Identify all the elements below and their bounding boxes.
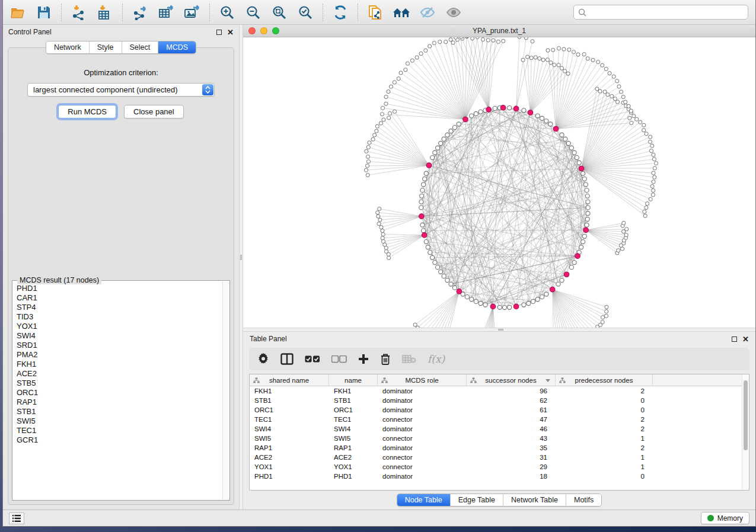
duplicate-network-icon[interactable] xyxy=(365,4,385,21)
mcds-result-item[interactable]: SRD1 xyxy=(17,341,222,350)
table-cell[interactable]: FKH1 xyxy=(250,386,329,396)
table-row[interactable]: RAP1RAP1dominator352 xyxy=(250,443,742,453)
table-row[interactable]: PHD1PHD1dominator180 xyxy=(250,472,742,481)
table-cell[interactable]: 2 xyxy=(556,443,653,453)
table-cell[interactable]: 1 xyxy=(556,453,653,462)
scrollbar-thumb[interactable] xyxy=(744,380,748,450)
table-cell[interactable]: 29 xyxy=(467,462,556,472)
export-network-icon[interactable] xyxy=(130,4,150,21)
memory-button[interactable]: Memory xyxy=(701,512,749,524)
select-all-columns-icon[interactable] xyxy=(305,352,320,366)
mcds-result-item[interactable]: PMA2 xyxy=(17,350,222,360)
table-cell[interactable]: 1 xyxy=(556,434,653,443)
table-cell[interactable]: 18 xyxy=(467,472,556,481)
close-panel-icon[interactable]: ✕ xyxy=(227,30,234,35)
import-table-icon[interactable] xyxy=(95,4,115,21)
tab-mcds[interactable]: MCDS xyxy=(158,41,196,53)
table-row[interactable]: STB1STB1dominator620 xyxy=(250,396,742,405)
sort-caret-icon[interactable] xyxy=(546,379,550,382)
mcds-result-item[interactable]: SWI4 xyxy=(17,331,222,341)
mcds-result-item[interactable]: ORC1 xyxy=(17,388,222,398)
table-row[interactable]: ORC1ORC1dominator610 xyxy=(250,405,742,415)
run-mcds-button[interactable]: Run MCDS xyxy=(58,105,116,118)
first-neighbors-icon[interactable] xyxy=(391,4,412,21)
table-cell[interactable]: 0 xyxy=(556,396,653,405)
save-session-icon[interactable] xyxy=(34,4,54,21)
refresh-layout-icon[interactable] xyxy=(330,4,350,21)
table-cell[interactable]: 61 xyxy=(467,405,556,415)
zoom-out-icon[interactable] xyxy=(243,4,263,21)
delete-table-icon[interactable] xyxy=(402,352,416,366)
create-column-icon[interactable] xyxy=(358,352,369,366)
table-cell[interactable]: 43 xyxy=(467,434,556,443)
table-cell[interactable]: dominator xyxy=(378,443,467,453)
table-cell[interactable]: ACE2 xyxy=(329,453,378,462)
horizontal-splitter[interactable] xyxy=(243,328,755,332)
table-cell[interactable]: dominator xyxy=(378,424,467,434)
table-cell[interactable]: STB1 xyxy=(329,396,378,405)
tab-style[interactable]: Style xyxy=(90,41,122,53)
table-cell[interactable]: STB1 xyxy=(250,396,329,405)
table-cell[interactable]: connector xyxy=(378,453,467,462)
show-column-icon[interactable] xyxy=(280,352,294,366)
mcds-result-item[interactable]: FKH1 xyxy=(17,360,222,369)
table-row[interactable]: ACE2ACE2connector311 xyxy=(250,453,742,462)
search-input[interactable] xyxy=(589,8,744,17)
column-header-shared-name[interactable]: shared name xyxy=(250,374,329,386)
table-cell[interactable]: ORC1 xyxy=(250,405,329,415)
table-cell[interactable]: PHD1 xyxy=(250,472,329,481)
table-cell[interactable]: ORC1 xyxy=(329,405,378,415)
float-panel-icon[interactable] xyxy=(216,30,222,35)
table-cell[interactable]: 35 xyxy=(467,443,556,453)
network-graph[interactable] xyxy=(243,37,755,328)
zoom-selected-icon[interactable] xyxy=(295,4,315,21)
table-cell[interactable]: SWI4 xyxy=(250,424,329,434)
mcds-result-item[interactable]: PHD1 xyxy=(17,284,222,293)
close-panel-icon[interactable]: ✕ xyxy=(742,336,749,342)
mcds-result-item[interactable]: RAP1 xyxy=(17,398,222,407)
tab-network[interactable]: Network xyxy=(46,41,90,53)
table-cell[interactable]: YOX1 xyxy=(329,462,378,472)
table-cell[interactable]: 31 xyxy=(467,453,556,462)
table-cell[interactable]: 2 xyxy=(556,386,653,396)
table-cell[interactable]: connector xyxy=(378,462,467,472)
table-cell[interactable]: FKH1 xyxy=(329,386,378,396)
zoom-fit-icon[interactable] xyxy=(269,4,289,21)
table-cell[interactable]: 2 xyxy=(556,424,653,434)
column-header-predecessor-nodes[interactable]: predecessor nodes xyxy=(556,374,653,386)
export-table-icon[interactable] xyxy=(156,4,176,21)
splitter-grip[interactable] xyxy=(240,255,242,260)
table-cell[interactable]: 0 xyxy=(556,405,653,415)
column-header-successor-nodes[interactable]: successor nodes xyxy=(467,374,556,386)
table-cell[interactable]: 1 xyxy=(556,462,653,472)
tab-motifs[interactable]: Motifs xyxy=(566,494,601,506)
show-all-icon[interactable] xyxy=(444,4,464,21)
mcds-list-scrollbar[interactable] xyxy=(222,281,229,499)
zoom-in-icon[interactable] xyxy=(217,4,237,21)
tab-edge-table[interactable]: Edge Table xyxy=(451,494,503,506)
column-header-name[interactable]: name xyxy=(329,374,378,386)
delete-column-icon[interactable] xyxy=(380,352,391,366)
table-row[interactable]: SWI4SWI4dominator462 xyxy=(250,424,742,434)
splitter-grip[interactable] xyxy=(498,329,503,331)
table-options-gear-icon[interactable] xyxy=(257,352,269,366)
vertical-splitter[interactable] xyxy=(239,25,243,509)
mcds-result-item[interactable]: CAR1 xyxy=(17,293,222,303)
task-history-button[interactable] xyxy=(9,512,24,524)
table-cell[interactable]: RAP1 xyxy=(329,443,378,453)
table-cell[interactable]: dominator xyxy=(378,396,467,405)
hide-selected-icon[interactable] xyxy=(417,4,438,21)
tab-network-table[interactable]: Network Table xyxy=(503,494,566,506)
table-cell[interactable]: 96 xyxy=(467,386,556,396)
mcds-result-list[interactable]: PHD1CAR1STP4TID3YOX1SWI4SRD1PMA2FKH1ACE2… xyxy=(13,281,222,499)
table-cell[interactable]: SWI4 xyxy=(329,424,378,434)
table-cell[interactable]: 47 xyxy=(467,415,556,424)
search-field[interactable] xyxy=(573,5,748,20)
table-cell[interactable]: connector xyxy=(378,415,467,424)
table-cell[interactable]: PHD1 xyxy=(329,472,378,481)
table-cell[interactable]: 2 xyxy=(556,415,653,424)
table-cell[interactable]: SWI5 xyxy=(329,434,378,443)
tab-select[interactable]: Select xyxy=(122,41,159,53)
mcds-result-item[interactable]: STB5 xyxy=(17,379,222,388)
close-panel-button[interactable]: Close panel xyxy=(124,105,184,118)
